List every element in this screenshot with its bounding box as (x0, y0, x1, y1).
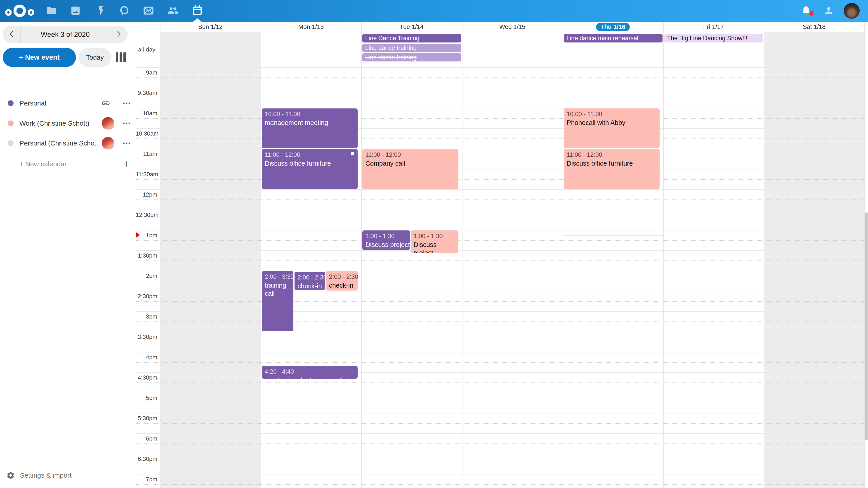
slot-minor-line (135, 77, 864, 78)
app-sidebar: Week 3 of 2020 + New event Today Persona… (0, 22, 135, 488)
talk-app-button[interactable] (112, 0, 136, 22)
day-header-sun[interactable]: Sun 1/12 (160, 22, 260, 32)
slot-minor-line (135, 301, 864, 302)
time-label: 12:30pm (135, 212, 157, 219)
active-app-notch (193, 18, 202, 22)
column-border (764, 22, 764, 488)
chevron-right-icon (116, 30, 122, 39)
nextcloud-logo[interactable] (4, 0, 35, 22)
event[interactable]: 11:00 - 12:00Company call (362, 149, 458, 189)
event-time: 10:00 - 11:00 (567, 110, 657, 118)
day-header-wed[interactable]: Wed 1/15 (462, 22, 563, 32)
event-time: 11:00 - 12:00 (567, 151, 657, 159)
new-calendar-label: + New calendar (20, 154, 67, 174)
slot-minor-line (135, 260, 864, 261)
week-switcher: Week 3 of 2020 (3, 26, 128, 43)
mail-app-button[interactable] (136, 0, 160, 22)
event[interactable]: 1:00 - 1:30Discuss project announcement (362, 230, 410, 250)
slot-line (135, 128, 864, 129)
time-label: 11am (135, 151, 157, 158)
calendar-color-dot (8, 121, 13, 126)
event[interactable]: 1:00 - 1:30Discuss project announcement (411, 230, 458, 253)
event[interactable]: 10:00 - 11:00management meeting (262, 108, 358, 148)
calendar-name: Personal (Christine Scho… (20, 133, 101, 153)
settings-import-button[interactable]: Settings & import (6, 468, 71, 482)
more-options-icon[interactable] (122, 119, 131, 128)
scrollbar-thumb[interactable] (865, 213, 868, 441)
event[interactable]: 2:00 - 3:30training call (262, 271, 293, 331)
slot-line (135, 393, 864, 393)
day-header-tue[interactable]: Tue 1/14 (361, 22, 462, 32)
plus-icon (122, 159, 131, 169)
allday-event[interactable]: Line Dance Training (362, 34, 461, 42)
event-title: Phonecall with Abby (567, 119, 657, 127)
slot-minor-line (135, 362, 864, 363)
notification-badge (809, 11, 813, 16)
shared-by-avatar (102, 117, 114, 130)
person-icon (824, 5, 834, 17)
slot-line (135, 169, 864, 169)
event[interactable]: 4:20 - 4:40purchasing dept conversation (262, 366, 358, 379)
slot-minor-line (135, 199, 864, 200)
slot-line (135, 210, 864, 210)
photos-app-button[interactable] (63, 0, 88, 22)
mail-icon (143, 5, 154, 17)
time-label: 9am (135, 69, 157, 76)
files-app-button[interactable] (39, 0, 63, 22)
slot-minor-line (135, 281, 864, 281)
day-header-thu[interactable]: Thu 1/16 (563, 22, 663, 32)
new-event-button[interactable]: + New event (3, 48, 76, 67)
slot-line (135, 413, 864, 414)
slot-line (135, 291, 864, 291)
contacts-app-button[interactable] (161, 0, 185, 22)
more-options-icon[interactable] (122, 98, 131, 108)
top-navbar (0, 0, 868, 22)
contacts-menu-button[interactable] (819, 0, 838, 22)
notifications-button[interactable] (797, 0, 815, 22)
allday-label: all-day (135, 32, 158, 67)
allday-event[interactable]: Line dance training (362, 53, 461, 61)
day-header-fri[interactable]: Fri 1/17 (663, 22, 764, 32)
slot-minor-line (135, 240, 864, 240)
more-options-icon[interactable] (122, 138, 131, 148)
slot-minor-line (135, 179, 864, 180)
day-header-sat[interactable]: Sat 1/18 (764, 22, 864, 32)
new-calendar-row[interactable]: + New calendar (0, 154, 135, 174)
view-switcher-button[interactable] (116, 53, 127, 62)
slot-minor-line (135, 98, 864, 98)
allday-event[interactable]: Line dance training (362, 44, 461, 52)
allday-event[interactable]: Line dance main rehearsal (564, 34, 662, 42)
user-avatar[interactable] (844, 3, 860, 19)
event-time: 1:00 - 1:30 (414, 232, 456, 240)
allday-event[interactable]: The Big Line Dancing Show!!! (664, 34, 763, 42)
event[interactable]: 11:00 - 12:00Discuss office furniture (564, 149, 659, 189)
event[interactable]: 11:00 - 12:00Discuss office furniture (262, 149, 358, 189)
week-label[interactable]: Week 3 of 2020 (20, 26, 110, 43)
slot-minor-line (135, 423, 864, 424)
next-week-button[interactable] (110, 26, 128, 43)
calendar-list-item[interactable]: Personal (0, 93, 135, 113)
slot-minor-line (135, 464, 864, 464)
previous-week-button[interactable] (3, 26, 20, 43)
today-button[interactable]: Today (79, 48, 111, 67)
time-label: 10am (135, 110, 157, 117)
slot-minor-line (135, 403, 864, 403)
activity-app-button[interactable] (88, 0, 112, 22)
event[interactable]: 10:00 - 11:00Phonecall with Abby (564, 108, 659, 148)
slot-line (135, 250, 864, 251)
alarm-bell-icon (350, 151, 355, 158)
event[interactable]: 2:00 - 2:30check-in (294, 271, 326, 291)
time-label: 10:30am (135, 130, 157, 137)
event-time: 2:00 - 2:30 (329, 273, 355, 281)
contacts-icon (167, 5, 179, 17)
event[interactable]: 2:00 - 2:30check-in (326, 271, 358, 291)
column-border (462, 22, 463, 488)
calendar-list-item[interactable]: Personal (Christine Scho… (0, 133, 135, 153)
day-header-mon[interactable]: Mon 1/13 (260, 22, 361, 32)
share-link-icon[interactable] (101, 98, 111, 108)
event-title: Discuss project announcement (365, 240, 408, 249)
calendar-list-item[interactable]: Work (Christine Schott) (0, 113, 135, 133)
slot-minor-line (135, 484, 864, 485)
column-border (563, 22, 563, 488)
calendar-icon (192, 5, 203, 17)
